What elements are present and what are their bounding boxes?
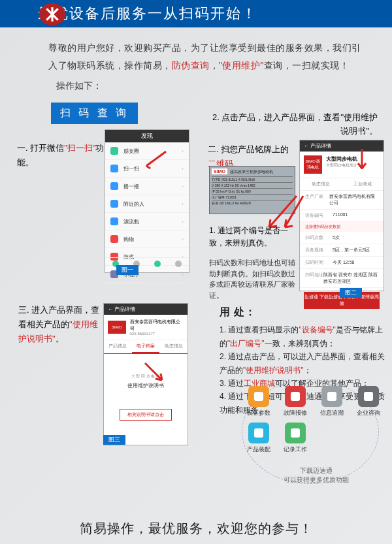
note-1: 1. 通过两个编号是否一致，来辨别真伪。 xyxy=(209,225,299,249)
phone3-title: ← 产品详情 xyxy=(104,304,188,315)
phone3-tabs[interactable]: 产品信息 电子档案 动态信息 xyxy=(104,340,188,354)
arrow-icon xyxy=(353,148,372,174)
info-trace-icon[interactable] xyxy=(321,386,342,407)
wechat-nearby[interactable]: 附近的人› xyxy=(105,195,189,213)
arrow-icon xyxy=(142,360,169,387)
note-2: 扫码次数和扫码地址也可辅助判断真伪。如扫码次数过多或距离较远请联系厂家验证。 xyxy=(209,257,299,300)
operation-label: 操作如下： xyxy=(0,78,392,99)
wechat-drift[interactable]: 漂流瓶› xyxy=(105,213,189,231)
footer-text: 简易操作，最优服务，欢迎您的参与！ xyxy=(0,520,392,537)
intro-text: 尊敬的用户您好，欢迎购买产品，为了让您享受到最佳的服务效果，我们引入了物联码系统… xyxy=(0,27,392,78)
section-tag: 扫 码 查 询 xyxy=(51,103,138,124)
simo-logo-icon: SIMO 西玛电机 xyxy=(304,155,322,174)
simo-logo-icon: SIMO xyxy=(108,321,126,334)
phone1-title: 发现 xyxy=(105,130,189,142)
banner-title: 最优设备后服务一从扫码开始！ xyxy=(38,4,257,24)
step-2a-text: 2. 点击产品，进入产品界面，查看"使用维护说明书"。 xyxy=(205,111,388,138)
assembly-icon[interactable] xyxy=(248,423,269,443)
brand-logo xyxy=(39,3,65,25)
figure-2-label: 图二 xyxy=(340,288,362,298)
arrow-icon xyxy=(142,150,169,170)
uses-title: 用 处： xyxy=(220,303,387,321)
record-work-icon[interactable] xyxy=(285,423,306,443)
step-3-text: 三. 进入产品界面，查看相关产品的"使用维护说明书"。 xyxy=(18,303,105,346)
download-note: 下载迈迪通 可以获得更多优质功能 xyxy=(264,466,368,485)
device-params-icon[interactable] xyxy=(248,386,269,407)
app-icons: 设备参数 故障报修 信息追溯 企业咨询 产品装配 记录工作 xyxy=(235,386,385,459)
fault-repair-icon[interactable] xyxy=(285,386,306,407)
wechat-shake[interactable]: 摇一摇› xyxy=(105,178,189,195)
enterprise-icon[interactable] xyxy=(358,386,379,407)
phone2-tabs[interactable]: 动态信息 工业商城 xyxy=(300,178,384,191)
wechat-shop[interactable]: 购物› xyxy=(105,231,189,248)
figure-1-label: 图一 xyxy=(116,265,139,275)
step-1-text: 一. 打开微信"扫一扫"功能。 xyxy=(17,141,106,170)
figure-3-label: 图三 xyxy=(103,435,125,445)
manual-link-button[interactable]: 相关说明书请点击 xyxy=(120,409,172,421)
